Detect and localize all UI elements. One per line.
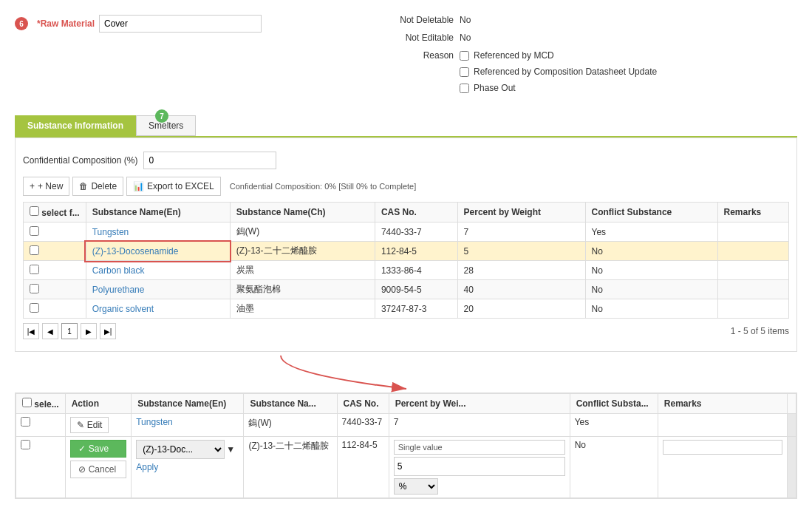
not-editable-label: Not Editable [380, 33, 454, 43]
substance-name-ch: 油墨 [230, 299, 375, 319]
row-checkbox[interactable] [30, 284, 39, 293]
col-conflict: Conflict Substa... [570, 394, 658, 414]
conflict-substance: No [585, 261, 717, 280]
conf-composition-input[interactable] [143, 152, 276, 169]
col-conflict: Conflict Substance [585, 203, 717, 222]
conflict-substance: Yes [570, 414, 658, 437]
substance-name-ch: 鎢(W) [230, 222, 375, 242]
percent-weight: 40 [457, 280, 585, 299]
substance-link[interactable]: Carbon black [92, 265, 145, 276]
row-checkbox[interactable] [30, 265, 39, 274]
percent-input[interactable] [394, 457, 565, 476]
substance-name-ch: (Z)-13-二十二烯醯胺 [230, 242, 375, 261]
row-checkbox[interactable] [30, 245, 39, 255]
red-arrow [222, 352, 429, 393]
conf-composition-label: Confidential Composition (%) [23, 155, 137, 166]
tab-substance-information[interactable]: Substance Information [15, 115, 136, 136]
reason-phaseout-checkbox[interactable] [460, 84, 469, 93]
edit-icon: ✎ [77, 420, 84, 430]
conflict-substance: No [585, 299, 717, 319]
pagination-info: 1 - 5 of 5 items [731, 326, 789, 336]
not-deletable-label: Not Deletable [380, 15, 454, 25]
excel-icon: 📊 [133, 181, 144, 191]
substance-name-en: Tungsten [132, 414, 244, 437]
percent-weight: 28 [457, 261, 585, 280]
table-row: Polyurethane 聚氨酯泡棉 9009-54-5 40 No [24, 280, 789, 299]
col-substance-name-en: Substance Name(En) [132, 394, 244, 414]
first-page-btn[interactable]: |◀ [23, 323, 39, 339]
conflict-substance: Yes [585, 222, 717, 242]
badge-6: 6 [15, 17, 28, 30]
conflict-editing: No [570, 437, 658, 498]
col-percent: Percent by Weight [457, 203, 585, 222]
percent-unit-select[interactable]: % ppm [394, 478, 438, 495]
col-substance-name-ch: Substance Name(Ch) [230, 203, 375, 222]
substance-link[interactable]: Polyurethane [92, 285, 145, 295]
cas-no: 37247-87-3 [375, 299, 457, 319]
apply-link[interactable]: Apply [136, 462, 239, 472]
reason-mcd-label: Referenced by MCD [474, 50, 554, 61]
remarks-input-editing[interactable] [663, 440, 782, 455]
not-deletable-value: No [460, 15, 471, 25]
trash-icon: 🗑 [79, 181, 88, 191]
remarks [717, 242, 788, 261]
cas-no: 112-84-5 [375, 242, 457, 261]
page-1-btn[interactable]: 1 [61, 323, 78, 339]
new-icon: + [30, 181, 35, 191]
prev-page-btn[interactable]: ◀ [42, 323, 58, 339]
remarks [717, 299, 788, 319]
table-row: Carbon black 炭黑 1333-86-4 28 No [24, 261, 789, 280]
percent-weight: 20 [457, 299, 585, 319]
new-button[interactable]: + + New [23, 177, 69, 196]
substance-name-ch: 鎢(W) [244, 414, 337, 437]
substance-name-ch: 炭黑 [230, 261, 375, 280]
last-page-btn[interactable]: ▶| [100, 323, 116, 339]
remarks [717, 261, 788, 280]
cancel-button[interactable]: ⊘ Cancel [70, 461, 127, 478]
col-remarks: Remarks [658, 394, 787, 414]
select-all-checkbox[interactable] [30, 206, 39, 216]
not-editable-value: No [460, 33, 471, 43]
substance-link[interactable]: (Z)-13-Docosenamide [92, 246, 179, 256]
save-button[interactable]: ✓ Save [70, 440, 127, 458]
next-page-btn[interactable]: ▶ [81, 323, 97, 339]
bottom-row-checkbox[interactable] [21, 417, 30, 427]
conflict-substance: No [585, 242, 717, 261]
bottom-select-all[interactable] [22, 398, 32, 407]
substance-link[interactable]: Tungsten [92, 227, 129, 237]
col-remarks: Remarks [717, 203, 788, 222]
row-checkbox[interactable] [30, 303, 39, 313]
bottom-table-row: ✎ Edit Tungsten 鎢(W) 7440-33-7 7 Yes [16, 414, 796, 437]
col-substance-name-en: Substance Name(En) [86, 203, 230, 222]
export-excel-button[interactable]: 📊 Export to EXCEL [126, 177, 221, 196]
col-cas: CAS No. [337, 394, 389, 414]
remarks [658, 414, 787, 437]
cancel-icon: ⊘ [78, 464, 86, 475]
reason-phaseout-label: Phase Out [474, 83, 516, 93]
reason-label: Reason [380, 50, 454, 61]
cas-no-editing: 112-84-5 [337, 437, 389, 498]
dropdown-arrow: ▼ [226, 444, 235, 455]
delete-button[interactable]: 🗑 Delete [72, 177, 123, 196]
badge-7: 7 [155, 109, 168, 123]
col-substance-name-ch: Substance Na... [244, 394, 337, 414]
substance-link[interactable]: Organic solvent [92, 304, 154, 314]
cas-no: 7440-33-7 [337, 414, 389, 437]
cas-no: 1333-86-4 [375, 261, 457, 280]
remarks [717, 222, 788, 242]
conf-info-text: Confidential Composition: 0% [Still 0% t… [230, 182, 417, 191]
edit-button[interactable]: ✎ Edit [70, 417, 109, 433]
row-checkbox[interactable] [30, 226, 39, 236]
reason-mcd-checkbox[interactable] [460, 51, 469, 61]
substance-name-ch-editing: (Z)-13-二十二烯醯胺 [244, 437, 337, 498]
substance-name-dropdown[interactable]: (Z)-13-Doc... [136, 440, 225, 459]
cas-no: 9009-54-5 [375, 280, 457, 299]
remarks [717, 280, 788, 299]
bottom-row-checkbox[interactable] [21, 440, 30, 449]
reason-composition-checkbox[interactable] [460, 67, 469, 77]
conflict-substance: No [585, 280, 717, 299]
raw-material-input[interactable] [99, 15, 262, 33]
substance-name-ch: 聚氨酯泡棉 [230, 280, 375, 299]
col-cas: CAS No. [375, 203, 457, 222]
percent-weight: 7 [457, 222, 585, 242]
